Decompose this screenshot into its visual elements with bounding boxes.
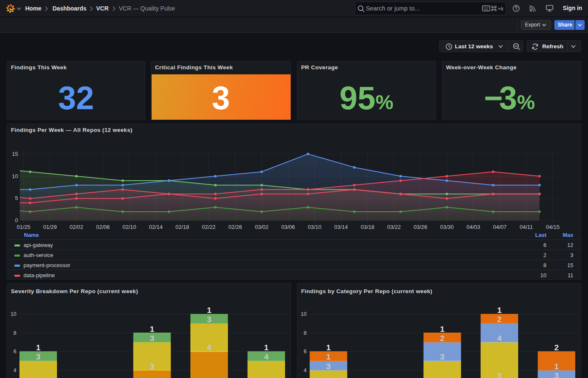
svg-text:10: 10 bbox=[10, 311, 16, 317]
svg-text:10: 10 bbox=[12, 173, 18, 179]
svg-text:3: 3 bbox=[326, 362, 331, 371]
svg-text:02/10: 02/10 bbox=[123, 224, 136, 230]
svg-text:4: 4 bbox=[264, 352, 269, 361]
svg-text:1: 1 bbox=[554, 362, 559, 371]
svg-text:02/02: 02/02 bbox=[70, 224, 84, 230]
svg-text:3: 3 bbox=[440, 352, 445, 361]
svg-text:3: 3 bbox=[36, 352, 41, 361]
svg-text:8: 8 bbox=[13, 330, 16, 336]
svg-text:3: 3 bbox=[150, 362, 155, 371]
svg-text:2: 2 bbox=[497, 315, 502, 324]
svg-text:3: 3 bbox=[497, 371, 502, 378]
svg-text:02/18: 02/18 bbox=[176, 224, 189, 230]
svg-text:02/14: 02/14 bbox=[149, 224, 163, 230]
svg-text:6: 6 bbox=[304, 349, 307, 354]
svg-text:1: 1 bbox=[264, 343, 269, 352]
svg-text:2: 2 bbox=[440, 334, 445, 343]
svg-text:4: 4 bbox=[13, 368, 16, 373]
svg-text:01/25: 01/25 bbox=[17, 224, 31, 230]
svg-text:10: 10 bbox=[301, 311, 307, 317]
svg-text:03/30: 03/30 bbox=[440, 224, 454, 230]
svg-text:3: 3 bbox=[207, 315, 212, 324]
svg-text:1: 1 bbox=[150, 325, 155, 333]
svg-text:04/11: 04/11 bbox=[520, 224, 533, 230]
svg-text:02/06: 02/06 bbox=[96, 224, 110, 230]
svg-text:6: 6 bbox=[13, 349, 16, 354]
svg-text:4: 4 bbox=[497, 334, 502, 343]
svg-text:4: 4 bbox=[207, 343, 212, 352]
svg-text:02/26: 02/26 bbox=[228, 224, 242, 230]
svg-text:04/03: 04/03 bbox=[467, 224, 480, 230]
svg-text:15: 15 bbox=[12, 151, 18, 157]
svg-text:2: 2 bbox=[554, 343, 559, 352]
svg-text:1: 1 bbox=[440, 325, 445, 333]
svg-text:1: 1 bbox=[36, 343, 41, 352]
svg-text:1: 1 bbox=[207, 306, 212, 315]
svg-text:04/07: 04/07 bbox=[493, 224, 507, 230]
svg-text:03/22: 03/22 bbox=[387, 224, 401, 230]
svg-text:0: 0 bbox=[15, 217, 18, 223]
svg-text:4: 4 bbox=[304, 368, 307, 373]
svg-text:3: 3 bbox=[150, 334, 155, 343]
svg-text:03/02: 03/02 bbox=[255, 224, 269, 230]
svg-text:3: 3 bbox=[554, 371, 559, 378]
svg-text:1: 1 bbox=[326, 343, 331, 352]
svg-text:03/14: 03/14 bbox=[334, 224, 348, 230]
svg-text:1: 1 bbox=[326, 352, 331, 361]
svg-text:04/15: 04/15 bbox=[546, 224, 560, 230]
svg-text:03/26: 03/26 bbox=[414, 224, 428, 230]
svg-text:02/22: 02/22 bbox=[202, 224, 216, 230]
svg-text:1: 1 bbox=[497, 306, 502, 315]
svg-text:5: 5 bbox=[15, 195, 18, 201]
svg-text:8: 8 bbox=[304, 330, 307, 336]
svg-text:03/18: 03/18 bbox=[361, 224, 375, 230]
svg-text:03/10: 03/10 bbox=[308, 224, 322, 230]
svg-text:03/06: 03/06 bbox=[281, 224, 295, 230]
svg-text:01/29: 01/29 bbox=[43, 224, 57, 230]
